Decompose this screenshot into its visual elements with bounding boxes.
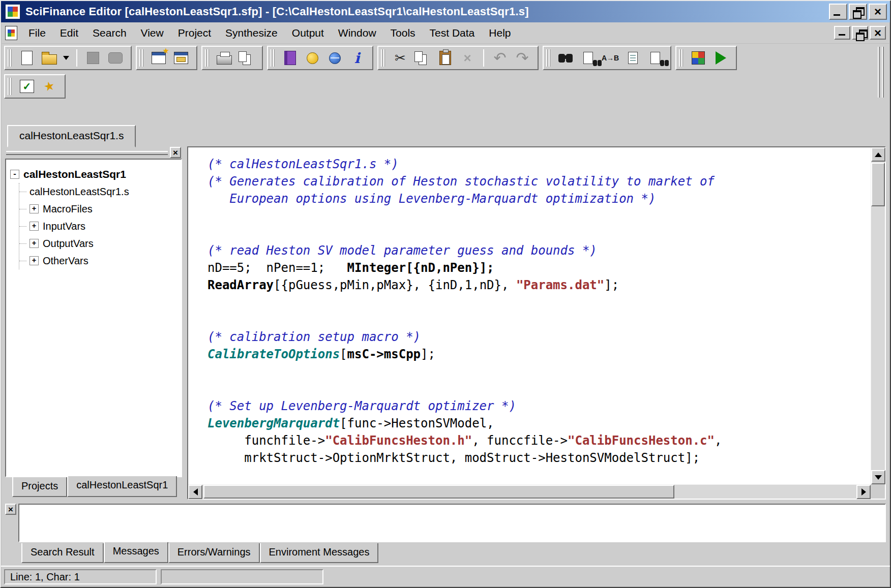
- restore-icon: [850, 5, 866, 19]
- validate-button[interactable]: ✓: [16, 76, 38, 97]
- tree-item-macrofiles[interactable]: +MacroFiles: [19, 200, 177, 218]
- vertical-scrollbar[interactable]: [871, 147, 885, 484]
- project-settings-button[interactable]: [170, 47, 192, 69]
- tab-calhestonleastsqr1[interactable]: calHestonLeastSqr1: [67, 476, 177, 497]
- print-button[interactable]: [213, 47, 235, 69]
- child-minimize-button[interactable]: [834, 26, 850, 40]
- new-file-button[interactable]: [16, 47, 38, 69]
- toolbar-grip[interactable]: [8, 49, 12, 67]
- scroll-right-button[interactable]: [856, 485, 871, 499]
- toolbar-grip[interactable]: [679, 49, 684, 67]
- toolbar-group: ✂×↶↷: [377, 46, 539, 70]
- message-panel-close-button[interactable]: [5, 504, 16, 515]
- document-tab[interactable]: calHestonLeastSqr1.s: [7, 125, 136, 147]
- tree-item-othervars[interactable]: +OtherVars: [19, 252, 177, 269]
- minimize-button[interactable]: [829, 4, 847, 20]
- menu-item-search[interactable]: Search: [85, 24, 134, 42]
- panel-grip[interactable]: [5, 146, 182, 159]
- file-list-button[interactable]: [621, 47, 644, 69]
- cut-button[interactable]: ✂: [389, 47, 411, 69]
- child-restore-button[interactable]: [852, 26, 868, 40]
- copy-button[interactable]: [411, 47, 434, 69]
- info-button[interactable]: i: [346, 47, 368, 69]
- panel-close-button[interactable]: [170, 147, 181, 158]
- replace-button[interactable]: A→B: [599, 47, 621, 69]
- message-output[interactable]: [18, 504, 886, 542]
- tree-expander-icon[interactable]: +: [29, 256, 39, 265]
- toolbar-dock-grip[interactable]: [878, 47, 886, 98]
- print-preview-button[interactable]: [235, 47, 258, 69]
- menu-item-edit[interactable]: Edit: [53, 24, 85, 42]
- app-icon[interactable]: [5, 4, 20, 19]
- run-button[interactable]: [709, 47, 732, 69]
- scroll-down-button[interactable]: [871, 470, 885, 484]
- tab-messages[interactable]: Messages: [104, 542, 168, 563]
- toolbar-grip[interactable]: [381, 49, 385, 67]
- wizard-star-icon: ★: [43, 78, 56, 95]
- scroll-left-button[interactable]: [188, 485, 202, 499]
- tree-expander-icon[interactable]: +: [29, 222, 39, 231]
- web-update-button[interactable]: [323, 47, 346, 69]
- undo-button[interactable]: ↶: [489, 47, 511, 69]
- toolbar-grip[interactable]: [205, 49, 210, 67]
- close-button[interactable]: [869, 4, 887, 20]
- menu-item-project[interactable]: Project: [171, 24, 218, 42]
- toolbar-grip[interactable]: [546, 49, 551, 67]
- save-all-button[interactable]: [104, 47, 127, 69]
- redo-button[interactable]: ↷: [511, 47, 533, 69]
- menu-item-output[interactable]: Output: [285, 24, 331, 42]
- vertical-scroll-track[interactable]: [871, 162, 885, 470]
- tree-expander-icon[interactable]: +: [29, 204, 39, 213]
- menu-item-tools[interactable]: Tools: [383, 24, 423, 42]
- menu-item-test-data[interactable]: Test Data: [423, 24, 482, 42]
- restore-button[interactable]: [849, 4, 867, 20]
- horizontal-scroll-track[interactable]: [202, 485, 856, 499]
- code-line: ReadArray[{pGuess,pMin,pMax}, {inD,1,nD}…: [207, 276, 867, 294]
- tab-search-result[interactable]: Search Result: [21, 543, 104, 563]
- wizard-button[interactable]: ★: [38, 76, 61, 97]
- toolbar-grip[interactable]: [8, 78, 12, 95]
- find-in-files-button[interactable]: [577, 47, 599, 69]
- code-area[interactable]: (* calHestonLeastSqr1.s *)(* Generates c…: [188, 147, 871, 484]
- delete-button[interactable]: ×: [456, 47, 479, 69]
- code-line: mrktStruct->OptionMrktStruct, modStruct-…: [207, 449, 867, 467]
- horizontal-scroll-thumb[interactable]: [203, 485, 674, 499]
- toolbar-grip[interactable]: [139, 49, 144, 67]
- menu-bar-items: FileEditSearchViewProjectSynthesizeOutpu…: [21, 24, 834, 42]
- tab-projects[interactable]: Projects: [12, 477, 67, 497]
- menu-item-view[interactable]: View: [134, 24, 171, 42]
- tree-item-calhestonleastsqr1-s[interactable]: calHestonLeastSqr1.s: [19, 183, 177, 200]
- find-button[interactable]: [554, 47, 577, 69]
- panel-splitter[interactable]: [182, 146, 187, 500]
- menu-item-window[interactable]: Window: [331, 24, 383, 42]
- tree-root-item[interactable]: -calHestonLeastSqr1: [10, 166, 177, 183]
- tab-errors-warnings[interactable]: Errors/Warnings: [168, 543, 260, 563]
- menu-item-file[interactable]: File: [21, 24, 53, 42]
- toolbar-grip[interactable]: [271, 49, 275, 67]
- new-project-button[interactable]: [147, 47, 170, 69]
- debug-button[interactable]: [301, 47, 323, 69]
- run-synthesis-button[interactable]: [687, 47, 709, 69]
- save-button[interactable]: [82, 47, 104, 69]
- find-document-button[interactable]: [644, 47, 666, 69]
- menu-item-synthesize[interactable]: Synthesize: [218, 24, 285, 42]
- code-line: (* Generates calibration of Heston stoch…: [207, 173, 867, 190]
- child-close-button[interactable]: [870, 26, 886, 40]
- tree-item-inputvars[interactable]: +InputVars: [19, 218, 177, 235]
- code-line: [207, 225, 867, 242]
- child-window-icon[interactable]: [5, 26, 17, 40]
- vertical-scroll-thumb[interactable]: [871, 163, 885, 206]
- left-arrow-icon: [193, 488, 198, 496]
- tree-expander-icon[interactable]: +: [29, 239, 39, 248]
- synthesize-button[interactable]: [279, 47, 301, 69]
- tree-item-outputvars[interactable]: +OutputVars: [19, 235, 177, 252]
- scroll-up-button[interactable]: [871, 147, 885, 162]
- tree-root-expander-icon[interactable]: -: [10, 170, 19, 179]
- open-file-button[interactable]: [38, 47, 61, 69]
- paste-button[interactable]: [434, 47, 456, 69]
- tree-connector: [19, 226, 26, 227]
- horizontal-scrollbar[interactable]: [188, 484, 871, 499]
- tab-enviroment-messages[interactable]: Enviroment Messages: [260, 543, 379, 563]
- open-file-dropdown[interactable]: [61, 47, 72, 69]
- menu-item-help[interactable]: Help: [482, 24, 518, 42]
